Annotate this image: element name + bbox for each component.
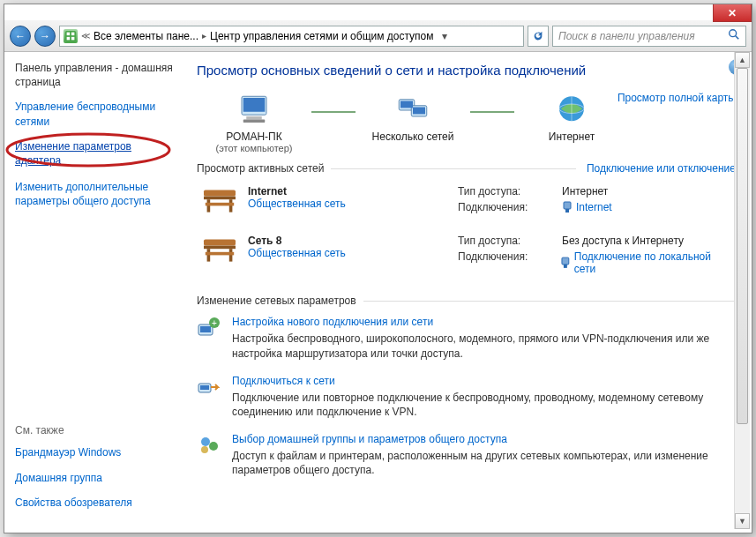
net-right: Тип доступа: Без доступа к Интернету Под… [458, 235, 732, 279]
network-type-link[interactable]: Общественная сеть [248, 247, 346, 259]
new-connection-icon: + [197, 316, 221, 340]
node-this-pc[interactable]: РОМАН-ПК (этот компьютер) [197, 92, 311, 153]
svg-rect-15 [413, 108, 425, 115]
task-title-link[interactable]: Подключиться к сети [232, 375, 736, 387]
network-name: Сеть 8 [248, 235, 346, 247]
scrollbar[interactable]: ▲ ▼ [734, 52, 750, 529]
node-multi-label: Несколько сетей [372, 131, 454, 143]
node-internet-label: Интернет [549, 131, 595, 143]
sidebar-internet-options[interactable]: Свойства обозревателя [15, 496, 174, 510]
netline-icon [311, 111, 356, 113]
svg-rect-34 [200, 326, 211, 332]
crumb-sep-icon: ≪ [81, 31, 90, 41]
svg-rect-26 [204, 240, 236, 246]
net-left: Internet Общественная сеть [200, 185, 447, 217]
connection-link[interactable]: Подключение по локальной сети [560, 250, 732, 275]
networks-icon [394, 92, 431, 129]
computer-icon [236, 92, 273, 129]
svg-rect-27 [204, 246, 236, 250]
connect-disconnect-link[interactable]: Подключение или отключение [587, 162, 736, 175]
active-network-row: Internet Общественная сеть Тип доступа: … [197, 176, 736, 226]
sidebar-wireless[interactable]: Управление беспроводными сетями [15, 100, 174, 128]
access-type-value: Интернет [562, 185, 608, 198]
close-button[interactable]: ✕ [713, 4, 752, 22]
connections-label: Подключения: [458, 201, 546, 213]
network-map: Просмотр полной карты РОМАН-ПК (этот ком… [197, 92, 736, 153]
page-title: Просмотр основных сведений о сети и наст… [197, 63, 736, 78]
node-internet[interactable]: Интернет [514, 92, 629, 143]
task-homegroup-sharing: Выбор домашней группы и параметров общег… [197, 433, 736, 477]
window-controls: ✕ [713, 4, 752, 22]
homegroup-icon [197, 433, 221, 458]
search-icon[interactable] [728, 28, 740, 43]
connection-link[interactable]: Internet [562, 201, 612, 213]
sidebar: Панель управления - домашняя страница Уп… [4, 52, 184, 533]
connect-icon [197, 375, 221, 399]
task-title-link[interactable]: Выбор домашней группы и параметров общег… [232, 433, 736, 445]
task-connect-network: Подключиться к сети Подключение или повт… [197, 375, 736, 419]
search-input[interactable]: Поиск в панели управления [552, 26, 746, 47]
sidebar-adapter-settings[interactable]: Изменение параметров адаптера [15, 139, 174, 168]
sidebar-bottom: См. также Брандмауэр Windows Домашняя гр… [15, 424, 174, 520]
forward-button[interactable]: → [34, 26, 56, 47]
task-desc: Настройка беспроводного, широкополосного… [232, 332, 736, 360]
connector-icon [560, 257, 571, 269]
svg-line-6 [736, 36, 739, 40]
svg-rect-2 [71, 32, 75, 35]
svg-rect-38 [200, 385, 209, 390]
breadcrumb-1[interactable]: Все элементы пане... [94, 30, 198, 42]
main-panel: ? Просмотр основных сведений о сети и на… [184, 52, 752, 533]
task-new-connection: + Настройка нового подключения или сети … [197, 316, 736, 360]
node-pc-sub: (этот компьютер) [215, 143, 292, 153]
node-multiple-networks[interactable]: Несколько сетей [356, 92, 470, 143]
scroll-down-button[interactable]: ▼ [735, 513, 750, 529]
svg-rect-30 [206, 252, 234, 256]
svg-rect-29 [229, 250, 233, 262]
svg-rect-25 [565, 209, 569, 213]
node-pc-label: РОМАН-ПК [226, 131, 281, 143]
sidebar-firewall[interactable]: Брандмауэр Windows [15, 445, 174, 459]
scrollbar-thumb[interactable] [737, 68, 748, 424]
network-type-link[interactable]: Общественная сеть [248, 198, 346, 210]
connections-label: Подключения: [458, 250, 544, 275]
network-name: Internet [248, 185, 346, 198]
svg-rect-20 [204, 197, 236, 200]
address-dropdown[interactable]: ▾ [438, 30, 452, 42]
svg-point-40 [209, 442, 218, 451]
sidebar-adapter-link[interactable]: Изменение параметров адаптера [15, 140, 131, 167]
address-bar[interactable]: ≪ Все элементы пане... ▸ Центр управлени… [59, 26, 524, 47]
active-network-row: Сеть 8 Общественная сеть Тип доступа: Бе… [197, 226, 736, 287]
access-type-value: Без доступа к Интернету [562, 235, 684, 247]
chevron-right-icon: ▸ [202, 31, 206, 41]
svg-rect-10 [246, 116, 262, 120]
task-desc: Подключение или повторное подключение к … [232, 391, 736, 419]
net-right: Тип доступа: Интернет Подключения: Inter… [458, 185, 732, 217]
net-left: Сеть 8 Общественная сеть [200, 235, 447, 279]
svg-point-41 [201, 446, 208, 453]
scrollbar-track[interactable] [735, 68, 750, 513]
view-full-map-link[interactable]: Просмотр полной карты [618, 92, 736, 104]
access-type-label: Тип доступа: [458, 235, 546, 247]
active-networks-label: Просмотр активных сетей [197, 162, 324, 175]
divider [331, 168, 576, 169]
task-title-link[interactable]: Настройка нового подключения или сети [232, 316, 736, 328]
window: ✕ ← → ≪ Все элементы пане... ▸ Центр упр… [4, 4, 752, 533]
task-desc: Доступ к файлам и принтерам, расположенн… [232, 449, 736, 477]
sidebar-sharing-settings[interactable]: Изменить дополнительные параметры общего… [15, 180, 174, 208]
connection-name: Internet [576, 201, 612, 213]
svg-rect-3 [67, 36, 71, 40]
svg-rect-32 [564, 265, 567, 268]
sidebar-homegroup[interactable]: Домашняя группа [15, 471, 174, 485]
globe-icon [553, 92, 590, 129]
back-button[interactable]: ← [10, 26, 31, 47]
connection-name: Подключение по локальной сети [574, 250, 732, 275]
scroll-up-button[interactable]: ▲ [735, 52, 750, 68]
sidebar-home[interactable]: Панель управления - домашняя страница [15, 61, 174, 89]
svg-rect-23 [206, 203, 234, 206]
refresh-button[interactable] [528, 26, 549, 47]
bench-icon [200, 235, 239, 266]
change-settings-header: Изменение сетевых параметров [197, 295, 736, 307]
bench-icon [200, 185, 239, 217]
breadcrumb-2[interactable]: Центр управления сетями и общим доступом [210, 30, 434, 42]
active-networks-header: Просмотр активных сетей Подключение или … [197, 162, 736, 175]
